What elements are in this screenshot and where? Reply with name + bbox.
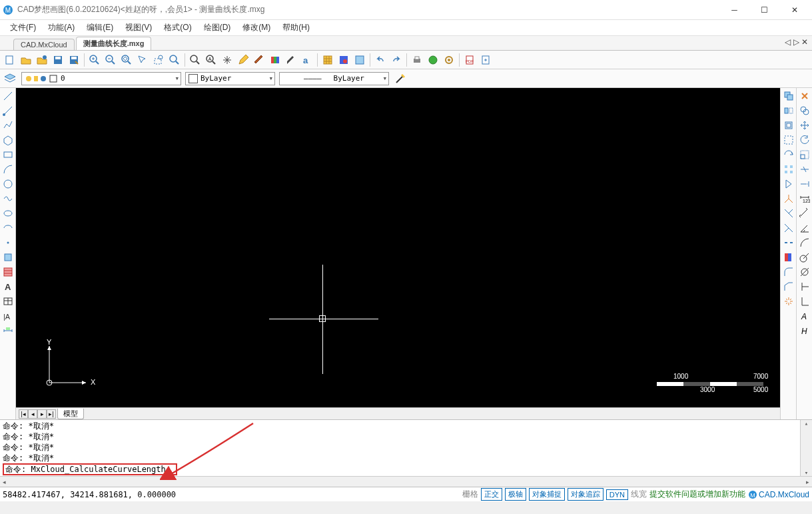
ellipse-icon[interactable] — [1, 207, 15, 220]
toggle-polar[interactable]: 极轴 — [505, 488, 526, 501]
layers-icon[interactable] — [268, 53, 282, 67]
dim-align-icon[interactable] — [798, 207, 811, 220]
trim2-icon[interactable] — [782, 221, 795, 235]
erase-icon[interactable] — [798, 89, 811, 103]
doctab-mxcloud[interactable]: CAD.MxCloud — [13, 39, 75, 50]
dim-arc-icon[interactable] — [798, 236, 811, 249]
dim-angle-icon[interactable] — [798, 221, 811, 235]
toggle-otrack[interactable]: 对象追踪 — [568, 488, 604, 501]
line-icon[interactable] — [1, 89, 15, 103]
model-tab[interactable]: 模型 — [57, 409, 84, 419]
layout-last-icon[interactable]: ▸| — [47, 409, 56, 419]
layer-combo[interactable]: 0 ▾ — [21, 72, 181, 85]
layout-first-icon[interactable]: |◂ — [19, 409, 28, 419]
rectangle-icon[interactable] — [1, 148, 15, 161]
toggle-ortho[interactable]: 正交 — [481, 488, 502, 501]
rotate-icon[interactable] — [798, 133, 811, 147]
layer-manager-icon[interactable] — [3, 71, 17, 86]
zoom-window-icon[interactable] — [151, 53, 166, 67]
stretch-icon[interactable] — [782, 192, 795, 205]
zoom-out-icon[interactable] — [103, 53, 118, 67]
menu-modify[interactable]: 修改(M) — [238, 20, 275, 35]
break-icon[interactable] — [782, 236, 795, 249]
array-icon[interactable] — [782, 163, 795, 176]
mtext-icon[interactable]: |A — [1, 309, 15, 323]
linetype-combo[interactable]: ———— ByLayer ▾ — [279, 72, 389, 85]
minimize-button[interactable]: ─ — [719, 1, 749, 19]
redo-icon[interactable] — [389, 53, 404, 67]
menu-file[interactable]: 文件(F) — [5, 20, 41, 35]
pattern-icon[interactable] — [320, 53, 335, 67]
pen-icon[interactable] — [284, 53, 298, 67]
brush-icon[interactable] — [252, 53, 266, 67]
dim-linear-icon[interactable]: 123 — [798, 192, 811, 205]
menu-function[interactable]: 功能(A) — [43, 20, 79, 35]
layout-prev-icon[interactable]: ◂ — [28, 409, 37, 419]
block-icon[interactable] — [352, 53, 367, 67]
feedback-link[interactable]: 提交软件问题或增加新功能 — [649, 489, 745, 500]
new-icon[interactable] — [3, 53, 17, 67]
menu-draw[interactable]: 绘图(D) — [199, 20, 236, 35]
circle-icon[interactable] — [1, 177, 15, 191]
print-icon[interactable] — [410, 53, 424, 67]
maximize-button[interactable]: ☐ — [749, 1, 779, 19]
undo-icon[interactable] — [373, 53, 388, 67]
edit-icon[interactable] — [236, 53, 250, 67]
block-insert-icon[interactable] — [1, 251, 15, 264]
doctab-nav[interactable]: ◁ ▷ ✕ — [785, 37, 808, 47]
close-button[interactable]: ✕ — [779, 1, 809, 19]
gear-icon[interactable] — [442, 53, 456, 67]
zoom-in-icon[interactable] — [87, 53, 102, 67]
fillet-icon[interactable] — [782, 265, 795, 279]
text-style-icon[interactable]: a — [300, 53, 314, 67]
mirror-icon[interactable] — [782, 177, 795, 191]
copy2-icon[interactable] — [798, 104, 811, 117]
save-as-icon[interactable] — [67, 53, 81, 67]
cmd-hscroll[interactable]: ◂▸ — [0, 476, 812, 487]
world-icon[interactable] — [426, 53, 440, 67]
offset-icon[interactable] — [782, 119, 795, 132]
save-icon[interactable] — [51, 53, 65, 67]
h-icon[interactable]: H — [798, 324, 811, 337]
toggle-lwt[interactable]: 线宽 — [631, 489, 647, 500]
zoom-real-icon[interactable] — [188, 53, 203, 67]
zoom-prev-icon[interactable] — [167, 53, 182, 67]
zoom-all-icon[interactable]: A — [204, 53, 218, 67]
toggle-grid[interactable]: 栅格 — [462, 489, 478, 500]
color-combo[interactable]: ByLayer ▾ — [185, 72, 275, 85]
menu-format[interactable]: 格式(O) — [159, 20, 196, 35]
zoom-extent-icon[interactable] — [119, 53, 134, 67]
trim-icon[interactable] — [798, 163, 811, 176]
extend-icon[interactable] — [798, 177, 811, 191]
color-fill-icon[interactable] — [782, 251, 795, 264]
polygon-icon[interactable] — [1, 133, 15, 147]
mirror-h-icon[interactable] — [782, 104, 795, 117]
dim-radius-icon[interactable] — [798, 251, 811, 264]
pdf-icon[interactable]: PDF — [462, 53, 477, 67]
pan-select-icon[interactable] — [135, 53, 150, 67]
doctab-current[interactable]: 测量曲线长度.mxg — [76, 37, 152, 50]
open-icon[interactable] — [19, 53, 33, 67]
trim1-icon[interactable] — [782, 207, 795, 220]
explode-icon[interactable] — [782, 295, 795, 308]
pan-icon[interactable] — [220, 53, 234, 67]
dim-diameter-icon[interactable] — [798, 265, 811, 279]
move-icon[interactable] — [798, 119, 811, 132]
copy-icon[interactable] — [782, 89, 795, 103]
lineweight-icon[interactable] — [393, 71, 408, 86]
menu-edit[interactable]: 编辑(E) — [82, 20, 118, 35]
open2-icon[interactable] — [35, 53, 49, 67]
export-icon[interactable] — [478, 53, 493, 67]
layout-next-icon[interactable]: ▸ — [37, 409, 47, 419]
move-arc-icon[interactable] — [782, 148, 795, 161]
ray-icon[interactable] — [1, 104, 15, 117]
text-a-icon[interactable]: A — [798, 309, 811, 323]
polyline-icon[interactable] — [1, 119, 15, 132]
dimension-icon[interactable] — [1, 324, 15, 337]
table-icon[interactable] — [1, 295, 15, 308]
chamfer-icon[interactable] — [782, 280, 795, 293]
command-input[interactable] — [31, 465, 171, 474]
drawing-canvas[interactable]: Y X 1000 3000 5000 7000 — [16, 88, 780, 407]
cmd-vscroll[interactable]: ▴▾ — [800, 420, 812, 476]
gradient-icon[interactable] — [336, 53, 351, 67]
